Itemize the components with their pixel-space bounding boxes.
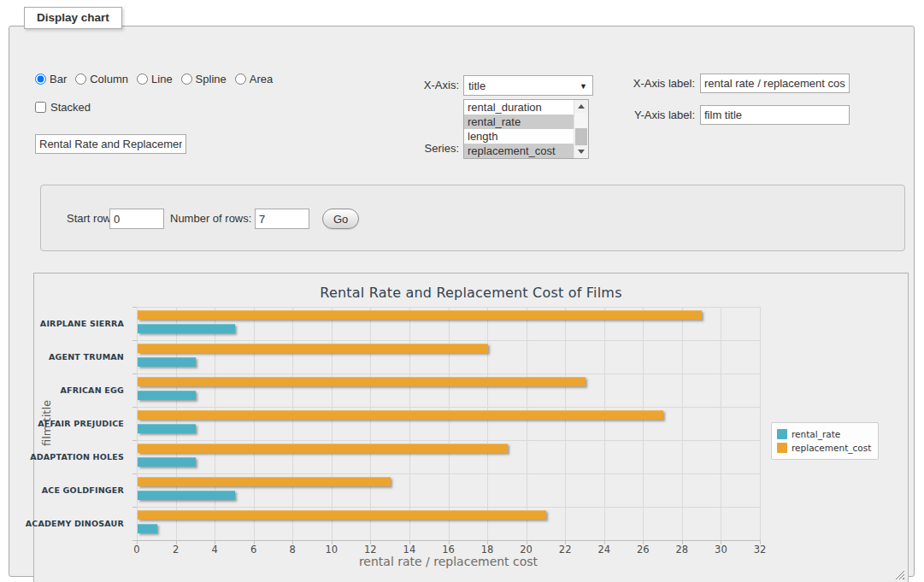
bar-group bbox=[137, 440, 760, 473]
chart-type-column[interactable]: Column bbox=[75, 73, 128, 85]
chart-type-radiogroup: BarColumnLineSplineArea bbox=[35, 73, 281, 85]
bar-replacement_cost[interactable] bbox=[138, 510, 546, 520]
legend-swatch-icon bbox=[777, 443, 787, 453]
series-option-rental_duration[interactable]: rental_duration bbox=[464, 100, 574, 115]
category-label: AGENT TRUMAN bbox=[34, 340, 130, 373]
chart-type-radio-line[interactable] bbox=[137, 73, 148, 85]
chart-type-area[interactable]: Area bbox=[235, 73, 273, 85]
x-tick-label: 14 bbox=[392, 544, 427, 556]
chart-type-radio-spline[interactable] bbox=[181, 73, 192, 85]
bar-rental_rate[interactable] bbox=[138, 391, 196, 400]
x-tick-label: 16 bbox=[432, 544, 466, 556]
resize-handle-icon[interactable] bbox=[895, 570, 904, 579]
chart-legend: rental_ratereplacement_cost bbox=[771, 422, 879, 460]
series-listbox[interactable]: rental_durationrental_ratelengthreplacem… bbox=[463, 99, 589, 159]
stacked-checkbox[interactable] bbox=[35, 102, 46, 113]
chart-type-label: Area bbox=[250, 73, 273, 85]
scroll-up-button[interactable] bbox=[574, 100, 588, 113]
x-tick-label: 26 bbox=[626, 544, 660, 556]
category-label: AFFAIR PREJUDICE bbox=[34, 407, 130, 440]
bar-rental_rate[interactable] bbox=[138, 424, 196, 433]
go-button[interactable]: Go bbox=[322, 209, 359, 229]
chart-title: Rental Rate and Replacement Cost of Film… bbox=[34, 285, 908, 301]
x-tick-label: 4 bbox=[197, 544, 232, 556]
chart-type-radio-area[interactable] bbox=[235, 73, 246, 85]
category-label: ACE GOLDFINGER bbox=[34, 473, 130, 507]
chart-title-input[interactable] bbox=[35, 134, 186, 154]
chart-type-spline[interactable]: Spline bbox=[181, 73, 227, 85]
x-axis-line bbox=[137, 540, 760, 541]
chart-type-label: Spline bbox=[196, 73, 227, 85]
x-axis-label-caption: X-Axis label: bbox=[597, 73, 695, 93]
chart-type-bar[interactable]: Bar bbox=[35, 73, 67, 85]
category-tick-mark bbox=[132, 540, 137, 541]
bar-group bbox=[137, 340, 760, 373]
bar-group bbox=[137, 507, 760, 540]
x-tick-label: 10 bbox=[315, 544, 349, 556]
bar-replacement_cost[interactable] bbox=[138, 410, 663, 420]
start-row-input[interactable] bbox=[109, 209, 164, 229]
scroll-down-button[interactable] bbox=[574, 145, 588, 158]
bar-group bbox=[137, 407, 760, 440]
chart-type-label: Column bbox=[90, 73, 128, 85]
x-tick-label: 30 bbox=[703, 544, 738, 556]
x-tick-label: 22 bbox=[548, 544, 582, 556]
bar-replacement_cost[interactable] bbox=[138, 310, 702, 320]
chart-type-radio-column[interactable] bbox=[75, 73, 86, 85]
bar-rental_rate[interactable] bbox=[138, 357, 196, 367]
bar-rental_rate[interactable] bbox=[138, 524, 157, 533]
series-option-rental_rate[interactable]: rental_rate bbox=[464, 115, 574, 129]
start-row-caption: Start row: bbox=[67, 209, 115, 229]
x-axis-selected-value: title bbox=[468, 79, 486, 92]
bar-rental_rate[interactable] bbox=[138, 457, 196, 467]
legend-item-rental_rate[interactable]: rental_rate bbox=[777, 427, 871, 441]
category-label: AIRPLANE SIERRA bbox=[34, 307, 130, 340]
bar-replacement_cost[interactable] bbox=[138, 344, 488, 353]
x-axis-select[interactable]: title ▼ bbox=[463, 75, 593, 96]
y-axis-label-input[interactable] bbox=[700, 105, 850, 125]
legend-label: replacement_cost bbox=[792, 443, 871, 453]
plot-area bbox=[137, 307, 760, 540]
category-label: ACADEMY DINOSAUR bbox=[34, 507, 130, 540]
x-tick-label: 0 bbox=[120, 544, 154, 556]
chart-panel: Rental Rate and Replacement Cost of Film… bbox=[33, 273, 909, 582]
series-listbox-scrollbar[interactable] bbox=[574, 100, 588, 158]
chart-type-radio-bar[interactable] bbox=[35, 73, 46, 85]
number-of-rows-caption: Number of rows: bbox=[170, 209, 251, 229]
stacked-label: Stacked bbox=[50, 101, 91, 114]
chart-type-label: Line bbox=[151, 73, 173, 85]
bar-rental_rate[interactable] bbox=[138, 324, 235, 333]
number-of-rows-input[interactable] bbox=[255, 209, 309, 229]
bar-replacement_cost[interactable] bbox=[138, 477, 391, 486]
x-tick-label: 12 bbox=[353, 544, 387, 556]
series-option-replacement_cost[interactable]: replacement_cost bbox=[464, 144, 574, 158]
series-listbox-options: rental_durationrental_ratelengthreplacem… bbox=[464, 100, 574, 158]
category-label: ADAPTATION HOLES bbox=[34, 440, 130, 473]
x-tick-label: 32 bbox=[743, 544, 777, 556]
bar-replacement_cost[interactable] bbox=[138, 444, 508, 453]
y-axis-label-caption: Y-Axis label: bbox=[597, 105, 695, 125]
bar-replacement_cost[interactable] bbox=[138, 377, 586, 386]
x-axis-caption: X-Axis: bbox=[368, 75, 459, 96]
scroll-down-icon bbox=[578, 150, 585, 154]
stacked-checkbox-row[interactable]: Stacked bbox=[35, 101, 91, 114]
x-tick-label: 18 bbox=[470, 544, 504, 556]
series-caption: Series: bbox=[368, 138, 459, 159]
x-tick-label: 6 bbox=[237, 544, 271, 556]
category-label: AFRICAN EGG bbox=[34, 373, 130, 407]
legend-item-replacement_cost[interactable]: replacement_cost bbox=[777, 441, 871, 455]
display-chart-fieldset: BarColumnLineSplineArea Stacked X-Axis: … bbox=[9, 26, 915, 577]
x-axis-label-input[interactable] bbox=[700, 73, 850, 93]
row-controls-panel: Start row: Number of rows: Go bbox=[40, 185, 905, 251]
scroll-up-icon bbox=[578, 104, 585, 109]
page: Display chart BarColumnLineSplineArea St… bbox=[0, 0, 924, 582]
select-caret-icon: ▼ bbox=[580, 82, 587, 91]
bar-rental_rate[interactable] bbox=[138, 491, 235, 500]
chart-type-line[interactable]: Line bbox=[137, 73, 173, 85]
series-option-length[interactable]: length bbox=[464, 129, 574, 144]
bar-group bbox=[137, 373, 760, 407]
x-tick-label: 8 bbox=[275, 544, 309, 556]
grid-line bbox=[760, 307, 761, 540]
legend-swatch-icon bbox=[777, 429, 787, 439]
chart-type-label: Bar bbox=[50, 73, 67, 85]
